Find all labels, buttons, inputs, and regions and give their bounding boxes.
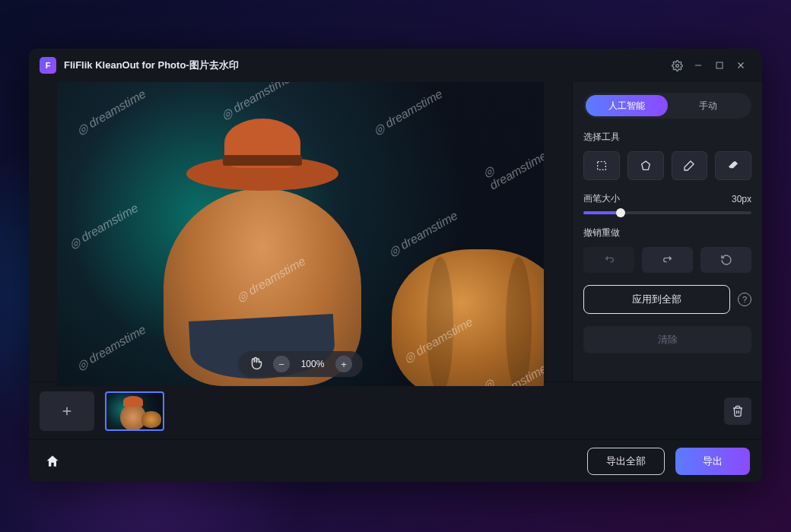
thumbnail-bar (29, 382, 762, 439)
close-button[interactable] (730, 55, 751, 76)
settings-button[interactable] (666, 55, 688, 76)
zoom-out-button[interactable]: − (273, 356, 290, 372)
mode-tabs: 人工智能 手动 (583, 93, 751, 119)
trash-icon (732, 405, 744, 417)
redo-button[interactable] (642, 247, 693, 273)
help-button[interactable]: ? (738, 293, 751, 306)
canvas-pane: dreamstime dreamstime dreamstime dreamst… (29, 82, 572, 382)
minimize-button[interactable] (688, 55, 709, 76)
footer: 导出全部 导出 (29, 439, 762, 482)
tool-brush[interactable] (672, 151, 708, 180)
watermark: dreamstime (74, 322, 148, 373)
reset-button[interactable] (700, 247, 751, 273)
tool-lasso[interactable] (627, 151, 664, 180)
tools-label: 选择工具 (583, 131, 751, 144)
side-panel: 人工智能 手动 选择工具 (572, 82, 762, 382)
home-icon (45, 454, 60, 469)
home-button[interactable] (41, 450, 64, 473)
reset-icon (720, 254, 732, 266)
clear-button[interactable]: 清除 (583, 326, 751, 353)
export-all-button[interactable]: 导出全部 (587, 448, 665, 475)
delete-button[interactable] (724, 397, 751, 425)
export-button[interactable]: 导出 (675, 448, 750, 475)
undo-button[interactable] (583, 247, 634, 273)
gear-icon (672, 60, 683, 71)
brush-size-value: 30px (732, 194, 751, 204)
svg-marker-6 (641, 161, 650, 169)
brush-icon (683, 160, 695, 172)
brush-size-label: 画笔大小 (583, 192, 620, 205)
watermark: dreamstime (66, 201, 141, 252)
app-title: FliFlik KleanOut for Photo-图片去水印 (64, 59, 239, 72)
zoom-toolbar: − 100% + (238, 351, 363, 377)
image-subject-hat (186, 119, 338, 191)
minimize-icon (693, 60, 704, 71)
watermark: dreamstime (218, 82, 293, 122)
close-icon (735, 60, 746, 71)
thumbnail-selected[interactable] (105, 391, 164, 431)
maximize-icon (715, 61, 724, 70)
slider-thumb[interactable] (616, 208, 625, 217)
titlebar: F FliFlik KleanOut for Photo-图片去水印 (29, 49, 762, 82)
zoom-value: 100% (299, 359, 326, 369)
lasso-icon (640, 160, 652, 172)
tab-ai[interactable]: 人工智能 (586, 95, 668, 116)
watermark: dreamstime (370, 87, 445, 138)
undo-icon (603, 254, 615, 266)
svg-point-0 (675, 64, 678, 67)
pan-hand-button[interactable] (249, 356, 264, 372)
watermark: dreamstime (74, 87, 148, 138)
tool-marquee[interactable] (583, 151, 620, 180)
tab-manual[interactable]: 手动 (668, 95, 750, 116)
watermark: dreamstime (480, 137, 544, 193)
eraser-icon (727, 160, 739, 172)
app-window: F FliFlik KleanOut for Photo-图片去水印 (29, 49, 762, 482)
svg-rect-2 (716, 62, 723, 68)
app-icon: F (40, 57, 56, 74)
svg-rect-5 (598, 162, 606, 170)
brush-size-slider[interactable] (583, 211, 751, 214)
apply-all-button[interactable]: 应用到全部 (583, 285, 730, 314)
image-subject-pumpkin (392, 249, 544, 386)
plus-icon (60, 404, 74, 418)
marquee-icon (596, 160, 608, 172)
hand-icon (249, 356, 262, 370)
redo-icon (662, 254, 674, 266)
undo-redo-label: 撤销重做 (583, 226, 751, 239)
maximize-button[interactable] (709, 55, 730, 76)
tool-eraser[interactable] (715, 151, 751, 180)
zoom-in-button[interactable]: + (335, 356, 352, 372)
add-image-button[interactable] (40, 391, 94, 431)
canvas-image[interactable]: dreamstime dreamstime dreamstime dreamst… (57, 82, 544, 386)
